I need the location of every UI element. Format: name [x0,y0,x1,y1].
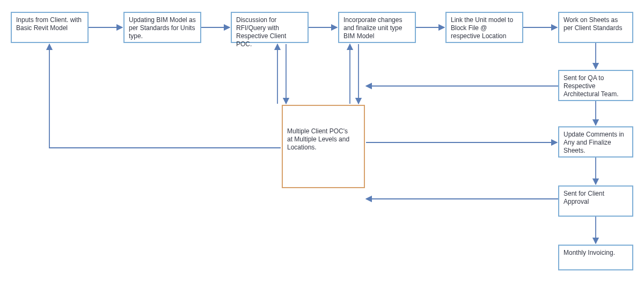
box-label: Sent for QA to Respective Architectural … [564,74,619,98]
box-label: Incorporate changes and finalize unit ty… [343,16,402,40]
box-work-on-sheets: Work on Sheets as per Client Standards [558,12,633,43]
box-monthly-invoicing: Monthly Invoicing. [558,245,633,270]
box-label: Multiple Client POC's at Multiple Levels… [287,127,349,151]
box-link-unit-model: Link the Unit model to Block File @ resp… [445,12,523,43]
flowchart: Inputs from Client. with Basic Revit Mod… [0,0,644,286]
box-update-comments: Update Comments in Any and Finalize Shee… [558,126,633,158]
box-label: Link the Unit model to Block File @ resp… [451,16,513,40]
box-multiple-client-poc: Multiple Client POC's at Multiple Levels… [282,105,365,188]
arrow-central-b1 [49,44,281,148]
box-label: Update Comments in Any and Finalize Shee… [564,131,624,154]
box-label: Sent for Client Approval [564,190,604,205]
box-label: Inputs from Client. with Basic Revit Mod… [16,16,82,32]
box-incorporate-changes: Incorporate changes and finalize unit ty… [338,12,416,43]
box-label: Monthly Invoicing. [564,249,615,256]
box-inputs-from-client: Inputs from Client. with Basic Revit Mod… [11,12,89,43]
box-label: Work on Sheets as per Client Standards [564,16,622,32]
box-sent-for-qa: Sent for QA to Respective Architectural … [558,70,633,101]
box-label: Discussion for RFI/Query with Respective… [236,16,286,48]
box-label: Updating BIM Model as per Standards for … [129,16,196,40]
box-updating-bim-model: Updating BIM Model as per Standards for … [123,12,201,43]
box-sent-for-client-approval: Sent for Client Approval [558,185,633,217]
box-discussion-rfi: Discussion for RFI/Query with Respective… [231,12,309,43]
